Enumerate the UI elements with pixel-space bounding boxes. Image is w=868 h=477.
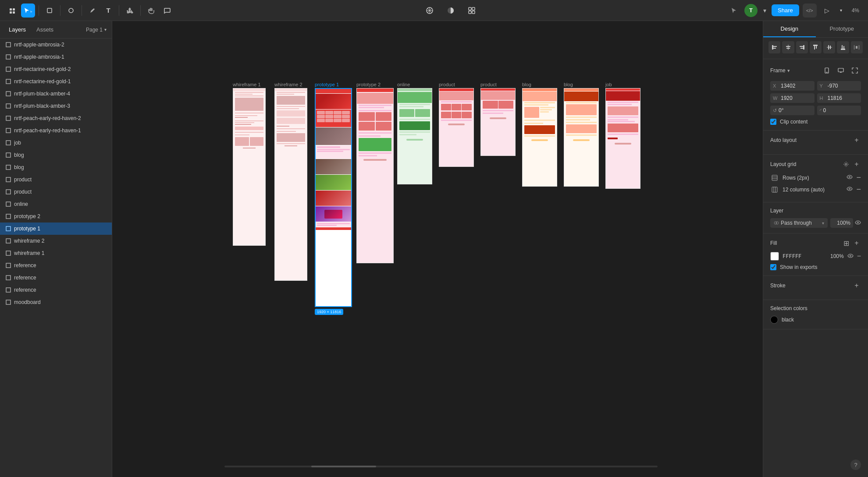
layer-item-reference-1[interactable]: reference <box>0 259 112 272</box>
align-bottom-button[interactable] <box>837 41 849 53</box>
layer-item-nrtf-nectarine-red-gold-2[interactable]: nrtf-nectarine-red-gold-2 <box>0 63 112 75</box>
shape-tool-button[interactable] <box>64 4 78 18</box>
h-input[interactable] <box>828 95 859 101</box>
rows-remove-button[interactable]: − <box>856 173 861 182</box>
opacity-input[interactable] <box>830 218 853 228</box>
avatar-dropdown-button[interactable]: ▾ <box>761 4 768 18</box>
rotation-input[interactable] <box>779 107 812 113</box>
layer-item-reference-3[interactable]: reference <box>0 284 112 296</box>
layer-item-nrtf-peach-1[interactable]: nrtf-peach-early-red-haven-1 <box>0 124 112 137</box>
user-avatar[interactable]: T <box>744 4 758 17</box>
layer-item-job[interactable]: job <box>0 137 112 149</box>
layout-grid-settings-button[interactable] <box>842 160 850 169</box>
contrast-button[interactable] <box>444 4 458 18</box>
corner-radius-container[interactable]: ◜ <box>817 106 861 115</box>
code-view-button[interactable]: </> <box>803 4 817 18</box>
play-button[interactable]: ▷ <box>820 4 834 18</box>
frame-thumb-p2[interactable] <box>356 88 394 263</box>
layer-visibility-button[interactable] <box>855 219 861 227</box>
components-button[interactable] <box>465 4 479 18</box>
hand-tool-button[interactable] <box>144 4 158 18</box>
grid-center-button[interactable] <box>423 4 437 18</box>
frame-dropdown-icon[interactable]: ▾ <box>787 68 790 74</box>
fill-add-button[interactable]: + <box>852 239 861 247</box>
share-button[interactable]: Share <box>772 4 799 16</box>
layer-item-nrtf-plum-black-amber-3[interactable]: nrtf-plum-black-amber-3 <box>0 100 112 112</box>
frame-thumb-product2[interactable] <box>480 88 516 156</box>
x-input[interactable] <box>781 83 812 89</box>
zoom-level[interactable]: 4% <box>848 6 863 15</box>
layer-item-nrtf-plum-black-amber-4[interactable]: nrtf-plum-black-amber-4 <box>0 88 112 100</box>
component-tool-button[interactable] <box>123 4 137 18</box>
menu-button[interactable] <box>5 4 19 18</box>
design-tab[interactable]: Design <box>763 21 816 37</box>
frame-tool-button[interactable] <box>43 4 57 18</box>
rotation-input-container[interactable]: ↺ <box>770 106 815 115</box>
frame-thumb-blog1[interactable] <box>522 88 557 187</box>
align-middle-button[interactable] <box>823 41 835 53</box>
frame-thumb-wf2[interactable] <box>274 88 307 281</box>
fill-visibility-button[interactable] <box>847 253 854 260</box>
assets-tab[interactable]: Assets <box>33 25 57 35</box>
corner-radius-input[interactable] <box>823 107 859 113</box>
page-selector[interactable]: Page 1 ▾ <box>86 27 107 33</box>
stroke-add-button[interactable]: + <box>852 281 861 290</box>
fill-remove-button[interactable]: − <box>857 253 861 260</box>
distribute-h-button[interactable] <box>851 41 863 53</box>
y-input[interactable] <box>828 83 859 89</box>
mobile-frame-button[interactable] <box>821 64 833 77</box>
columns-remove-button[interactable]: − <box>856 185 861 194</box>
frame-thumb-wf1[interactable] <box>233 88 266 246</box>
layer-item-blog-2[interactable]: blog <box>0 161 112 173</box>
w-input[interactable] <box>781 95 812 101</box>
help-button[interactable]: ? <box>850 459 861 470</box>
canvas-scrollbar[interactable] <box>224 465 658 468</box>
frame-thumb-job[interactable] <box>605 88 640 189</box>
expand-frame-button[interactable] <box>849 64 861 77</box>
layer-item-whireframe-1[interactable]: whireframe 1 <box>0 247 112 259</box>
blend-mode-selector[interactable]: Pass through ▾ <box>770 218 828 228</box>
align-right-button[interactable] <box>796 41 808 53</box>
layer-item-product-1[interactable]: product <box>0 173 112 186</box>
columns-visibility-button[interactable] <box>847 186 853 193</box>
layer-item-nrtf-peach-2[interactable]: nrtf-peach-early-red-haven-2 <box>0 112 112 124</box>
layer-item-prototype-2[interactable]: prototype 2 <box>0 210 112 223</box>
align-left-button[interactable] <box>768 41 780 53</box>
selection-color-swatch[interactable] <box>770 316 778 324</box>
align-top-button[interactable] <box>810 41 822 53</box>
layer-item-online[interactable]: online <box>0 198 112 210</box>
fill-color-swatch[interactable] <box>770 252 779 261</box>
layout-grid-add-button[interactable]: + <box>852 160 861 169</box>
h-input-container[interactable]: H <box>817 93 861 103</box>
layer-item-nrtf-apple-ambrosia-1[interactable]: nrtf-apple-ambrosia-1 <box>0 51 112 63</box>
fill-opacity-value[interactable]: 100% <box>830 253 844 259</box>
prototype-tab[interactable]: Prototype <box>816 21 868 37</box>
frame-thumb-online[interactable] <box>397 88 432 184</box>
layer-item-prototype-1[interactable]: prototype 1 <box>0 223 112 235</box>
play-dropdown-button[interactable]: ▾ <box>838 4 845 18</box>
layer-item-product-2[interactable]: product <box>0 186 112 198</box>
auto-layout-add-button[interactable]: + <box>852 136 861 145</box>
pen-tool-button[interactable] <box>85 4 100 18</box>
select-tool-button[interactable] <box>21 4 35 18</box>
text-tool-button[interactable]: T <box>101 4 115 18</box>
clip-content-checkbox[interactable] <box>770 119 776 125</box>
w-input-container[interactable]: W <box>770 93 815 103</box>
layer-item-whireframe-2[interactable]: whireframe 2 <box>0 235 112 247</box>
x-input-container[interactable]: X <box>770 81 815 91</box>
frame-thumb-p1[interactable] <box>315 88 352 307</box>
canvas[interactable]: whireframe 1 whireframe 2 <box>112 21 763 477</box>
rows-visibility-button[interactable] <box>847 174 853 181</box>
y-input-container[interactable]: Y <box>817 81 861 91</box>
frame-thumb-blog2[interactable] <box>564 88 599 187</box>
layer-item-nrtf-apple-ambrosia-2[interactable]: nrtf-apple-ambrosia-2 <box>0 39 112 51</box>
layers-tab[interactable]: Layers <box>5 25 29 35</box>
align-center-h-button[interactable] <box>782 41 794 53</box>
cursor-button[interactable] <box>727 4 741 18</box>
show-in-exports-checkbox[interactable] <box>770 264 776 270</box>
layer-item-blog-1[interactable]: blog <box>0 149 112 161</box>
comment-tool-button[interactable] <box>160 4 174 18</box>
layer-item-reference-2[interactable]: reference <box>0 272 112 284</box>
fill-settings-button[interactable]: ⊞ <box>842 239 850 247</box>
layer-item-nrtf-nectarine-red-gold-1[interactable]: nrtf-nectarine-red-gold-1 <box>0 75 112 88</box>
